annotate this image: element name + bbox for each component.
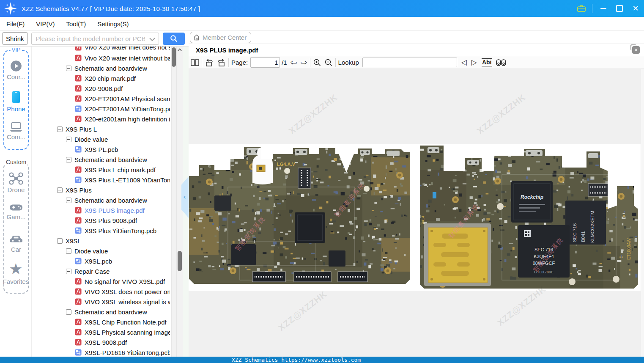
collapse-toggle-icon[interactable]	[57, 238, 63, 244]
page-number-input[interactable]	[250, 57, 280, 68]
tree-item[interactable]: X9SL.pcb	[32, 256, 183, 266]
tree-item[interactable]: No signal for VIVO X9SL.pdf	[32, 276, 183, 286]
pcb-photo-right: V-0 7-4 F7250047 0414 ET1009AW Rockchip	[417, 145, 641, 291]
tree-item[interactable]: X9SL-PD1616 YiDianTong.pcb	[32, 347, 183, 357]
search-input[interactable]	[35, 35, 146, 43]
match-word-icon[interactable]: Abi	[482, 58, 492, 66]
tree-item[interactable]: Schematic and boardview	[32, 307, 183, 317]
tree-item[interactable]: X20-ET2001AM YiDianTong.pcb	[32, 104, 183, 114]
pcb-photo-left: LG4.A.V	[189, 145, 410, 287]
sidebar-item-computer[interactable]: Com...	[4, 122, 28, 140]
tree-item-label: X20-ET2001AM YiDianTong.pcb	[85, 105, 170, 113]
tree-item[interactable]: X9SL Physical scanning image.p	[32, 327, 183, 337]
collapse-toggle-icon[interactable]	[66, 309, 71, 315]
emmc-label-1: SEC 716	[572, 223, 577, 242]
tree-item[interactable]: X9SL-9008.pdf	[32, 337, 183, 347]
tree-item-label: No signal for VIVO X9SL.pdf	[85, 278, 165, 285]
tree-item[interactable]: X9SL	[32, 236, 183, 246]
tree-item[interactable]: Schematic and boardview	[32, 195, 183, 205]
collapse-toggle-icon[interactable]	[66, 137, 71, 142]
tree-item[interactable]: X20-9008.pdf	[32, 83, 183, 94]
search-button[interactable]	[163, 33, 185, 45]
collapse-toggle-icon[interactable]	[66, 269, 71, 274]
watermark: XZZ@XZZHK	[475, 92, 527, 137]
rotate-left-icon[interactable]	[205, 58, 214, 68]
pdf-viewer[interactable]: LG4.A.V	[189, 69, 644, 357]
tree-item[interactable]: X9S PLUS image.pdf	[32, 205, 183, 215]
pdf-file-icon	[75, 85, 82, 92]
find-next-icon[interactable]: ▷	[471, 59, 477, 66]
next-page-icon[interactable]: ⇨	[301, 58, 307, 66]
tree-item[interactable]: X9SL Chip Function Note.pdf	[32, 317, 183, 327]
zoom-in-icon[interactable]	[313, 58, 321, 68]
tree-item[interactable]: X9S Plus L chip mark.pdf	[32, 165, 183, 175]
scroll-up-arrow-icon[interactable]	[177, 48, 182, 52]
tree-item[interactable]: X20 chip mark.pdf	[32, 73, 183, 83]
lookup-label: Lookup	[338, 59, 359, 66]
two-page-view-icon[interactable]	[191, 58, 199, 68]
sidebar-item-phone[interactable]: Phone	[4, 91, 28, 113]
previous-page-icon[interactable]: ⇦	[290, 58, 297, 66]
sidebar-item-course[interactable]: Cour...	[4, 60, 28, 80]
close-button[interactable]: ✕	[630, 3, 641, 14]
minimize-button[interactable]	[598, 3, 608, 14]
computer-icon	[10, 122, 22, 132]
tree-item-label: X20 chip mark.pdf	[85, 75, 136, 82]
collapse-toggle-icon[interactable]	[66, 198, 71, 203]
pdf-file-icon	[75, 166, 82, 173]
tree-item[interactable]: X20-et2001am high definition i	[32, 114, 183, 124]
license-briefcase-icon[interactable]	[577, 4, 586, 13]
vip-group: VIP Cour... Phone Com...	[3, 50, 29, 150]
member-center-button[interactable]: Member Center	[190, 32, 251, 43]
sidebar-item-car[interactable]: Car	[4, 234, 28, 253]
tree-item[interactable]: X9S Plus YiDianTong.pcb	[32, 226, 183, 236]
menu-tool[interactable]: Tool(T)	[66, 20, 86, 28]
highlight-all-icon[interactable]	[496, 58, 506, 68]
active-document-tab[interactable]: X9S PLUS image.pdf	[196, 47, 258, 54]
tree-item[interactable]: X20-ET2001AM Physical scannin	[32, 94, 183, 104]
menu-settings[interactable]: Settings(S)	[97, 20, 129, 28]
gamepad-icon	[9, 203, 23, 212]
pdf-file-icon	[75, 95, 82, 102]
find-previous-icon[interactable]: ◁	[461, 59, 467, 66]
tree-item[interactable]: Schematic and boardview	[32, 63, 183, 73]
menu-file[interactable]: File(F)	[6, 20, 25, 28]
tree-item[interactable]: Schematic and boardview	[32, 154, 183, 165]
tree-item[interactable]: Repair Case	[32, 266, 183, 276]
collapse-toggle-icon[interactable]	[66, 66, 71, 71]
tree-item-label: X20-ET2001AM Physical scannin	[85, 95, 170, 102]
collapse-toggle-icon[interactable]	[66, 248, 71, 254]
tree-item[interactable]: Diode value	[32, 134, 183, 144]
tree-item[interactable]: X9S Plus 9008.pdf	[32, 215, 183, 226]
pdf-vertical-scrollbar[interactable]	[641, 69, 644, 357]
shrink-button[interactable]: Shrink	[2, 32, 28, 45]
tree-item[interactable]: X9S Plus	[32, 185, 183, 195]
sidebar-item-favorites[interactable]: ★ Favorites	[0, 261, 32, 285]
tree-scrollbar[interactable]	[171, 47, 176, 357]
tree-item[interactable]: Vivo X20 water inlet does not st	[32, 47, 183, 53]
close-tab-icon[interactable]: ✕	[632, 46, 640, 54]
tree-item[interactable]: VIVO X9SL does not power on.p	[32, 286, 183, 297]
pcb-file-icon	[75, 146, 82, 153]
sidebar-item-drone[interactable]: Drone	[4, 172, 28, 193]
tree-item[interactable]: X9S PL.pcb	[32, 144, 183, 154]
rotate-right-icon[interactable]	[216, 58, 226, 68]
tree-item[interactable]: VIVO X9SL wireless signal is wea	[32, 297, 183, 307]
collapse-toggle-icon[interactable]	[66, 157, 71, 162]
tree-item[interactable]: Vivo X20 water inlet without ba	[32, 53, 183, 63]
sidebar-item-game[interactable]: Gam...	[4, 203, 28, 220]
zoom-out-icon[interactable]	[324, 58, 333, 68]
lookup-input[interactable]	[362, 58, 457, 67]
tree-scrollbar-thumb[interactable]	[172, 47, 176, 67]
tree-item[interactable]: Diode value	[32, 246, 183, 256]
tree-item[interactable]: X9S Plus L-ET1009 YiDianTong.p	[32, 175, 183, 185]
tree-item-label: Vivo X20 water inlet without ba	[85, 55, 170, 62]
chevron-down-icon[interactable]	[149, 38, 155, 41]
tree-item[interactable]: X9S Plus L	[32, 124, 183, 134]
panel-scrollbar-thumb[interactable]	[178, 251, 182, 271]
collapse-toggle-icon[interactable]	[57, 187, 63, 193]
menu-vip[interactable]: VIP(V)	[36, 20, 55, 28]
home-icon	[193, 34, 200, 41]
collapse-toggle-icon[interactable]	[57, 126, 63, 132]
maximize-button[interactable]	[614, 3, 625, 14]
